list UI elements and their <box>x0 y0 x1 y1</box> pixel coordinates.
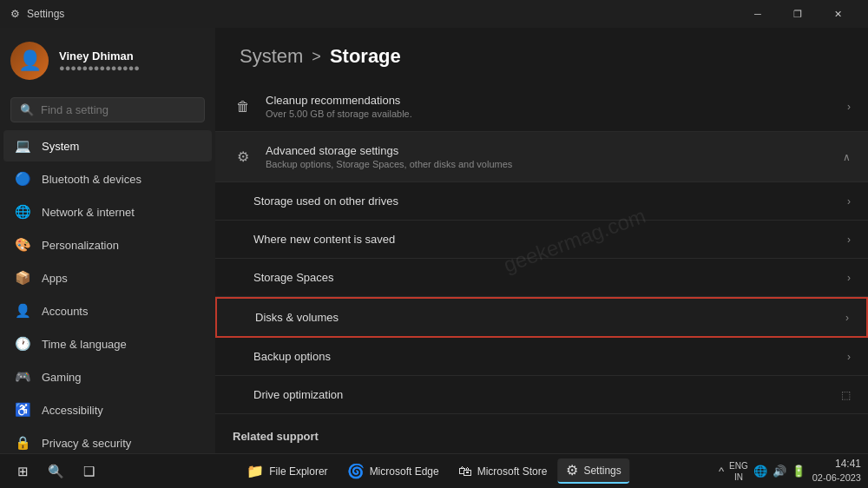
personalization-icon: 🎨 <box>14 236 31 254</box>
close-button[interactable]: ✕ <box>818 0 858 28</box>
breadcrumb-current: Storage <box>330 45 401 68</box>
other-drives-item[interactable]: Storage used on other drives › <box>215 182 868 221</box>
settings-taskbar-icon: ⚙ <box>566 462 578 478</box>
drive-optimization-title: Drive optimization <box>253 388 829 401</box>
network-icon: 🌐 <box>14 203 31 221</box>
disks-volumes-title: Disks & volumes <box>255 311 833 324</box>
search-box[interactable]: 🔍 <box>10 97 205 122</box>
minimize-button[interactable]: ─ <box>738 0 778 28</box>
gaming-icon: 🎮 <box>14 368 31 386</box>
sidebar-item-accessibility[interactable]: ♿ Accessibility <box>3 394 212 425</box>
cleanup-title: Cleanup recommendations <box>266 94 835 107</box>
backup-options-text: Backup options <box>253 350 835 363</box>
clock-date: 02-06-2023 <box>812 472 861 485</box>
apps-icon: 📦 <box>14 269 31 287</box>
battery-tray-icon[interactable]: 🔋 <box>792 465 806 478</box>
new-content-title: Where new content is saved <box>253 233 835 246</box>
cleanup-chevron: › <box>847 101 851 113</box>
advanced-chevron: ∧ <box>843 151 851 163</box>
new-content-item[interactable]: Where new content is saved › <box>215 221 868 259</box>
system-tray: ^ ENG IN 🌐 🔊 🔋 <box>719 460 806 483</box>
other-drives-text: Storage used on other drives <box>253 195 835 208</box>
app-title: Settings <box>27 8 64 20</box>
sidebar-item-privacy[interactable]: 🔒 Privacy & security <box>3 427 212 453</box>
network-tray-icon[interactable]: 🌐 <box>753 465 767 478</box>
app-icon: ⚙ <box>10 8 20 20</box>
search-icon: 🔍 <box>20 103 34 116</box>
window-controls: ─ ❐ ✕ <box>738 0 858 28</box>
taskbar-left: ⊞ 🔍 ❑ <box>7 456 104 487</box>
sidebar-item-bluetooth[interactable]: 🔵 Bluetooth & devices <box>3 163 212 195</box>
taskbar-right: ^ ENG IN 🌐 🔊 🔋 14:41 02-06-2023 <box>719 457 861 485</box>
sidebar-item-system[interactable]: 💻 System <box>3 130 212 162</box>
storage-spaces-item[interactable]: Storage Spaces › <box>215 259 868 297</box>
page-header: System > Storage <box>215 28 868 82</box>
search-button[interactable]: 🔍 <box>40 456 71 487</box>
timelanguage-icon: 🕐 <box>14 335 31 353</box>
maximize-button[interactable]: ❐ <box>778 0 818 28</box>
settings-label: Settings <box>583 465 621 477</box>
sidebar-label-timelanguage: Time & language <box>42 338 127 351</box>
taskbar-app-settings[interactable]: ⚙ Settings <box>557 458 629 484</box>
user-profile[interactable]: 👤 Viney Dhiman ●●●●●●●●●●●●●● <box>0 28 215 94</box>
drive-optimization-item[interactable]: Drive optimization ⬚ <box>215 376 868 414</box>
advanced-subtitle: Backup options, Storage Spaces, other di… <box>266 159 831 169</box>
external-link-icon: ⬚ <box>841 389 851 401</box>
title-bar-left: ⚙ Settings <box>10 8 64 20</box>
other-drives-title: Storage used on other drives <box>253 195 835 208</box>
content-area: geekermag.com System > Storage 🗑 Cleanup… <box>215 28 868 453</box>
sidebar: 👤 Viney Dhiman ●●●●●●●●●●●●●● 🔍 💻 System… <box>0 28 215 453</box>
advanced-text: Advanced storage settings Backup options… <box>266 144 831 169</box>
speaker-tray-icon[interactable]: 🔊 <box>773 465 786 478</box>
sidebar-item-timelanguage[interactable]: 🕐 Time & language <box>3 328 212 359</box>
storage-spaces-title: Storage Spaces <box>253 271 835 284</box>
sidebar-item-accounts[interactable]: 👤 Accounts <box>3 295 212 326</box>
drive-optimization-text: Drive optimization <box>253 388 829 401</box>
sidebar-label-accounts: Accounts <box>42 305 88 318</box>
storage-spaces-chevron: › <box>847 272 851 284</box>
title-bar: ⚙ Settings ─ ❐ ✕ <box>0 0 868 28</box>
sidebar-label-accessibility: Accessibility <box>42 404 103 417</box>
related-support-header: Related support <box>215 414 868 448</box>
taskbar-center: 📁 File Explorer 🌀 Microsoft Edge 🛍 Micro… <box>238 458 629 484</box>
sidebar-label-apps: Apps <box>42 272 68 285</box>
avatar: 👤 <box>10 42 49 80</box>
storage-spaces-text: Storage Spaces <box>253 271 835 284</box>
sidebar-label-system: System <box>42 140 79 153</box>
tray-chevron[interactable]: ^ <box>719 465 724 478</box>
sidebar-item-gaming[interactable]: 🎮 Gaming <box>3 361 212 392</box>
cleanup-recommendations-item[interactable]: 🗑 Cleanup recommendations Over 5.00 GB o… <box>215 82 868 132</box>
clock[interactable]: 14:41 02-06-2023 <box>812 457 861 485</box>
search-input[interactable] <box>41 103 195 116</box>
disks-volumes-text: Disks & volumes <box>255 311 833 324</box>
taskbar: ⊞ 🔍 ❑ 📁 File Explorer 🌀 Microsoft Edge 🛍… <box>0 453 868 488</box>
advanced-storage-item[interactable]: ⚙ Advanced storage settings Backup optio… <box>215 132 868 182</box>
breadcrumb-system: System <box>240 45 303 68</box>
fileexplorer-icon: 📁 <box>247 463 264 479</box>
edge-icon: 🌀 <box>347 463 365 479</box>
advanced-title: Advanced storage settings <box>266 144 831 157</box>
taskbar-app-fileexplorer[interactable]: 📁 File Explorer <box>238 459 336 483</box>
backup-options-item[interactable]: Backup options › <box>215 338 868 376</box>
taskbar-app-edge[interactable]: 🌀 Microsoft Edge <box>339 459 448 483</box>
store-label: Microsoft Store <box>477 465 548 478</box>
privacy-icon: 🔒 <box>14 434 31 452</box>
other-drives-chevron: › <box>847 195 851 208</box>
taskview-button[interactable]: ❑ <box>73 456 104 487</box>
start-button[interactable]: ⊞ <box>7 456 38 487</box>
sidebar-label-gaming: Gaming <box>42 371 82 384</box>
clock-time: 14:41 <box>812 457 861 472</box>
cleanup-icon: 🗑 <box>233 96 253 117</box>
sidebar-item-personalization[interactable]: 🎨 Personalization <box>3 229 212 260</box>
fileexplorer-label: File Explorer <box>269 465 327 478</box>
sidebar-item-network[interactable]: 🌐 Network & internet <box>3 196 212 228</box>
backup-options-title: Backup options <box>253 350 835 363</box>
help-storage-item[interactable]: 🌐 Help with Storage ∧ <box>215 448 868 453</box>
main-area: 👤 Viney Dhiman ●●●●●●●●●●●●●● 🔍 💻 System… <box>0 28 868 453</box>
sidebar-label-network: Network & internet <box>42 206 135 219</box>
advanced-icon: ⚙ <box>233 147 253 168</box>
sidebar-item-apps[interactable]: 📦 Apps <box>3 262 212 293</box>
disks-volumes-item[interactable]: Disks & volumes › <box>215 297 868 338</box>
taskbar-app-store[interactable]: 🛍 Microsoft Store <box>450 460 556 483</box>
backup-options-chevron: › <box>847 351 851 363</box>
